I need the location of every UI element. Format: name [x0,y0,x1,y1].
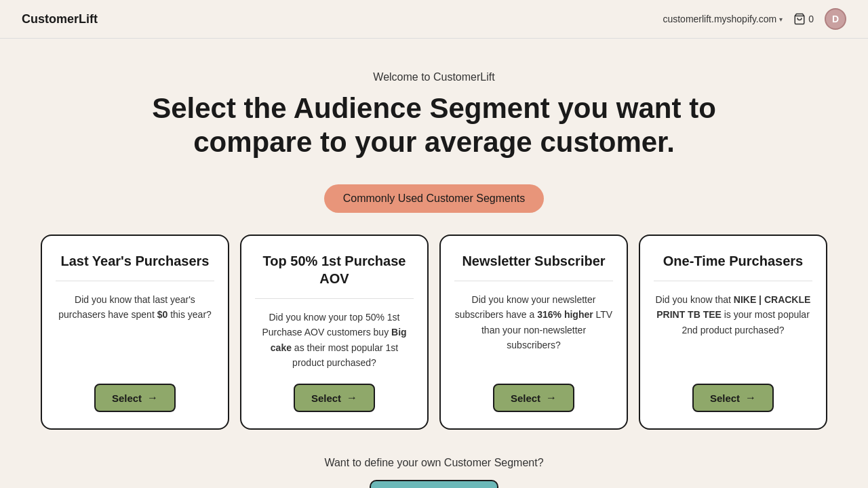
avatar[interactable]: D [825,8,846,30]
select-button[interactable]: Select→ [94,384,176,412]
bottom-section: Want to define your own Customer Segment… [324,457,543,488]
card-body: Did you know that last year's purchasers… [56,292,214,371]
segment-badge: Commonly Used Customer Segments [324,184,545,213]
store-name: customerlift.myshopify.com [663,14,776,24]
arrow-icon: → [546,392,557,404]
select-button[interactable]: Select→ [493,384,574,412]
cart-icon [793,13,806,25]
header: CustomerLift customerlift.myshopify.com … [0,0,868,39]
card-divider [56,281,214,281]
select-button[interactable]: Select→ [294,384,375,412]
get-started-button[interactable]: Get Started ＋ [370,480,498,488]
card-title: One-Time Purchasers [663,252,803,270]
card-title: Top 50% 1st Purchase AOV [255,252,414,287]
card-divider [654,281,812,281]
segment-card: Top 50% 1st Purchase AOVDid you know you… [240,235,429,430]
arrow-icon: → [745,392,756,404]
chevron-down-icon: ▾ [779,16,783,23]
card-body: Did you know that NIKE | CRACKLE PRINT T… [654,292,812,371]
card-divider [255,298,414,299]
segment-card: Last Year's PurchasersDid you know that … [41,235,229,430]
card-title: Last Year's Purchasers [61,252,210,270]
arrow-icon: → [147,392,158,404]
define-text: Want to define your own Customer Segment… [324,457,543,469]
store-selector[interactable]: customerlift.myshopify.com ▾ [663,14,783,24]
cards-row: Last Year's PurchasersDid you know that … [41,235,827,430]
header-right: customerlift.myshopify.com ▾ 0 D [663,8,846,30]
cart-button[interactable]: 0 [793,13,814,25]
arrow-icon: → [347,392,357,404]
main-content: Welcome to CustomerLift Select the Audie… [0,39,868,488]
card-body: Did you know your newsletter subscribers… [454,292,613,371]
segment-card: One-Time PurchasersDid you know that NIK… [639,235,827,430]
select-label: Select [112,392,142,404]
card-divider [454,281,613,281]
segment-card: Newsletter SubscriberDid you know your n… [439,235,628,430]
hero-title: Select the Audience Segment you want to … [142,92,726,160]
card-title: Newsletter Subscriber [462,252,605,270]
select-label: Select [511,392,540,404]
card-body: Did you know your top 50% 1st Purchase A… [255,310,414,371]
welcome-text: Welcome to CustomerLift [373,71,494,83]
select-button[interactable]: Select→ [692,384,774,412]
cart-count: 0 [808,14,814,24]
select-label: Select [311,392,341,404]
logo: CustomerLift [22,12,98,26]
avatar-letter: D [832,14,839,24]
select-label: Select [710,392,740,404]
